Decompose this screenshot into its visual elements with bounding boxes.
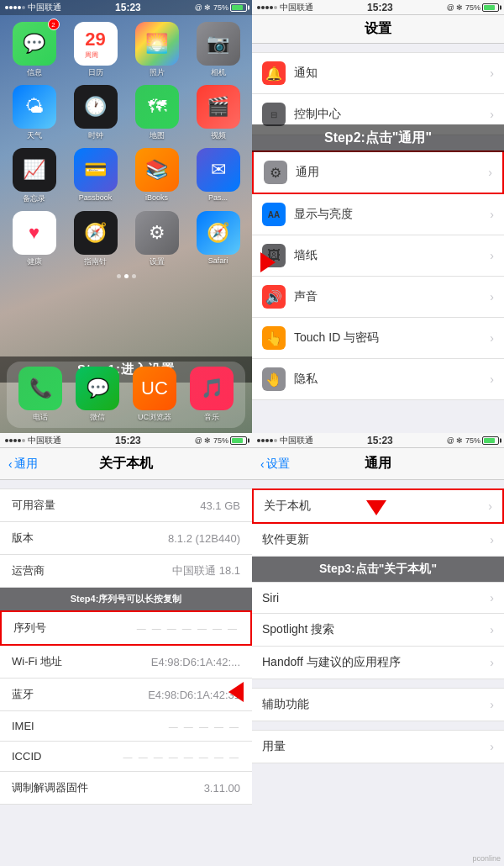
status-icons-q3: @ ✻ 75% (195, 436, 228, 445)
back-label-q4: 设置 (266, 457, 290, 472)
battery-area-q1: @ ✻ 75% (195, 3, 247, 12)
signal-dots-q3 (5, 439, 25, 442)
settings-display[interactable]: AA 显示与亮度 › (252, 194, 504, 235)
settings-notifications[interactable]: 🔔 通知 › (252, 52, 504, 94)
carrier-label: 运营商 (12, 563, 45, 578)
ibooks-label: iBooks (145, 193, 168, 202)
weather-icon: 🌤 (13, 85, 56, 129)
maps-icon: 🗺 (135, 85, 179, 129)
app-messages[interactable]: 💬2 信息 (7, 22, 61, 78)
about-carrier: 运营商 中国联通 18.1 (0, 555, 252, 588)
touchid-label: Touch ID 与密码 (294, 330, 379, 346)
safari-icon: 🧭 (197, 211, 240, 255)
arrow-right-q2 (260, 252, 276, 272)
app-safari[interactable]: 🧭 Safari (191, 211, 245, 267)
dock-wechat[interactable]: 💬 微信 (76, 367, 119, 423)
serial-value: — — — — — — — (137, 623, 239, 633)
spotlight-label: Spotlight 搜索 (262, 622, 334, 637)
status-icons-q1: @ ✻ 75% (195, 3, 228, 12)
icon-row-2: 🌤 天气 🕐 时钟 🗺 地图 🎬 视频 (7, 82, 245, 145)
camera-label: 相机 (211, 67, 226, 78)
uc-icon: UC (133, 367, 176, 410)
imei-label: IMEI (12, 720, 34, 732)
serial-items-section: 序列号 — — — — — — — Wi-Fi 地址 E4:98:D6:1A:4… (0, 610, 252, 805)
icon-row-3: 📈 备忘录 💳 Passbook 📚 iBooks ✉ Pas... (7, 145, 245, 208)
about-imei: IMEI — — — — — (0, 711, 252, 742)
version-label: 版本 (12, 531, 34, 546)
carrier-q3: 中国联通 (5, 435, 61, 446)
time-q1: 15:23 (115, 2, 141, 13)
signal-dots (5, 6, 25, 9)
back-button-q3[interactable]: ‹ 通用 (8, 457, 38, 472)
chevron-handoff: › (490, 656, 494, 669)
nav-bar-q4: ‹ 设置 通用 (252, 448, 504, 480)
app-photos[interactable]: 🌅 照片 (129, 22, 184, 78)
app-calendar[interactable]: 29周周 日历 (68, 22, 123, 78)
chevron-icon-general: › (488, 166, 492, 179)
passbook-icon: 💳 (74, 148, 118, 192)
carrier-name-q2: 中国联通 (280, 2, 313, 13)
control-center-label: 控制中心 (294, 107, 341, 122)
battery-icon-q3 (230, 436, 247, 445)
stocks-icon: 📈 (13, 148, 56, 192)
control-center-icon: ⊟ (262, 103, 286, 126)
app-camera[interactable]: 📷 相机 (191, 22, 245, 78)
app-maps[interactable]: 🗺 地图 (129, 85, 184, 141)
app-clock[interactable]: 🕐 时钟 (68, 85, 123, 141)
general-handoff[interactable]: Handoff 与建议的应用程序 › (252, 647, 504, 679)
app-weather[interactable]: 🌤 天气 (7, 85, 61, 141)
about-iccid: ICCID — — — — — — — — (0, 742, 252, 772)
app-pas[interactable]: ✉ Pas... (191, 148, 245, 204)
carrier-q4: 中国联通 (257, 435, 313, 446)
page-dot-1 (117, 274, 121, 278)
app-compass[interactable]: 🧭 指南针 (68, 211, 123, 267)
dock-uc[interactable]: UC UC浏览器 (133, 367, 176, 423)
app-ibooks[interactable]: 📚 iBooks (129, 148, 184, 204)
settings-wallpaper[interactable]: 🖼 墙纸 › (252, 235, 504, 277)
photos-icon: 🌅 (135, 22, 179, 66)
settings-privacy[interactable]: 🤚 隐私 › (252, 359, 504, 400)
general-siri[interactable]: Siri › (252, 582, 504, 614)
display-label: 显示与亮度 (294, 207, 353, 222)
app-stocks[interactable]: 📈 备忘录 (7, 148, 61, 204)
about-serial[interactable]: 序列号 — — — — — — — (0, 610, 252, 646)
icon-row-1: 💬2 信息 29周周 日历 🌅 照片 📷 相机 (7, 18, 245, 82)
messages-label: 信息 (27, 67, 42, 78)
chevron-about: › (488, 499, 492, 513)
iccid-value: — — — — — — — — (123, 752, 240, 762)
back-button-q4[interactable]: ‹ 设置 (260, 457, 290, 472)
pas-icon: ✉ (197, 148, 240, 192)
general-software-update[interactable]: 软件更新 › (252, 524, 504, 557)
settings-title-text: 设置 (365, 21, 391, 35)
section-gap-q4-1 (252, 679, 504, 688)
dock-phone[interactable]: 📞 电话 (18, 367, 62, 423)
wifi-value: E4:98:D6:1A:42:... (151, 656, 240, 668)
modem-label: 调制解调器固件 (12, 780, 88, 795)
app-settings[interactable]: ⚙ 设置 (129, 211, 184, 267)
general-usage[interactable]: 用量 › (252, 730, 504, 763)
app-health[interactable]: ♥ 健康 (7, 211, 61, 267)
bt-label: 蓝牙 (12, 687, 34, 702)
settings-touchid[interactable]: 👆 Touch ID 与密码 › (252, 318, 504, 359)
health-icon: ♥ (13, 211, 56, 255)
general-spotlight[interactable]: Spotlight 搜索 › (252, 614, 504, 647)
uc-label: UC浏览器 (138, 412, 171, 423)
app-passbook[interactable]: 💳 Passbook (68, 148, 123, 204)
compass-icon: 🧭 (74, 211, 118, 255)
watermark: pconline (472, 854, 501, 863)
app-videos[interactable]: 🎬 视频 (191, 85, 245, 141)
accessibility-label: 辅助功能 (262, 697, 309, 712)
siri-label: Siri (262, 591, 279, 605)
nav-title-q3: 关于本机 (99, 455, 153, 473)
battery-icon-q4 (482, 436, 499, 445)
settings-general[interactable]: ⚙ 通用 › (252, 150, 504, 194)
capacity-label: 可用容量 (12, 498, 55, 513)
dock-music[interactable]: 🎵 音乐 (190, 367, 234, 423)
settings-label: 设置 (150, 256, 165, 267)
arrow-left-q3 (228, 682, 244, 702)
pas-label: Pas... (208, 193, 228, 202)
settings-sound[interactable]: 🔊 声音 › (252, 277, 504, 318)
privacy-icon: 🤚 (262, 367, 286, 391)
bt-value: E4:98:D6:1A:42:31 (148, 689, 240, 701)
general-accessibility[interactable]: 辅助功能 › (252, 688, 504, 721)
